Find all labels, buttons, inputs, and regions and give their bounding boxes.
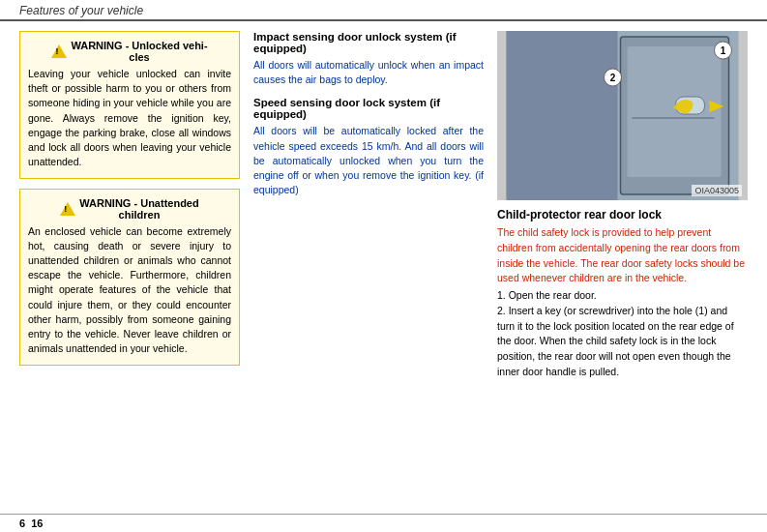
child-lock-steps: 1. Open the rear door. 2. Insert a key (… <box>497 288 748 380</box>
warning-triangle-icon-2 <box>60 202 75 216</box>
section-impact: Impact sensing door unlock system (if eq… <box>253 31 484 87</box>
section-speed: Speed sensing door lock system (if equip… <box>253 97 484 197</box>
image-label: OIA043005 <box>692 185 742 196</box>
middle-column: Impact sensing door unlock system (if eq… <box>253 31 484 503</box>
left-column: WARNING - Unlocked vehi- cles Leaving yo… <box>19 31 240 503</box>
warning-unlocked-title-line1: WARNING - Unlocked vehi- <box>71 40 207 51</box>
section-impact-heading: Impact sensing door unlock system (if eq… <box>253 31 484 54</box>
vehicle-door-image: 2 1 OIA043005 <box>497 31 748 200</box>
warning-children-title-line1: WARNING - Unattended <box>79 197 198 209</box>
section-speed-heading: Speed sensing door lock system (if equip… <box>253 97 484 120</box>
warning-unlocked-title-line2: cles <box>71 51 207 63</box>
warning-unlocked-box: WARNING - Unlocked vehi- cles Leaving yo… <box>19 31 240 179</box>
warning-children-title-line2: children <box>79 209 198 221</box>
warning-unlocked-header: WARNING - Unlocked vehi- cles <box>28 40 231 63</box>
warning-unlocked-body: Leaving your vehicle unlocked can invite… <box>28 67 231 170</box>
door-svg: 2 1 <box>497 31 748 200</box>
warning-unlocked-title: WARNING - Unlocked vehi- cles <box>71 40 207 63</box>
warning-children-header: WARNING - Unattended children <box>28 197 231 221</box>
page-num-main: 6 <box>19 517 25 529</box>
svg-rect-3 <box>628 46 722 177</box>
section-speed-text: All doors will be automatically locked a… <box>253 124 484 197</box>
svg-text:1: 1 <box>721 45 726 56</box>
main-content: WARNING - Unlocked vehi- cles Leaving yo… <box>0 21 767 503</box>
vehicle-img-inner: 2 1 OIA043005 <box>497 31 748 200</box>
page-footer: 6 16 <box>0 514 767 532</box>
svg-text:2: 2 <box>610 73 616 83</box>
footer-page-number: 6 16 <box>19 517 44 529</box>
warning-children-title: WARNING - Unattended children <box>79 197 198 221</box>
page-num-secondary: 16 <box>31 517 43 529</box>
warning-triangle-icon <box>51 44 67 58</box>
child-lock-section: Child-protector rear door lock The child… <box>497 208 748 380</box>
warning-children-body: An enclosed vehicle can become extremely… <box>28 224 231 357</box>
child-lock-heading: Child-protector rear door lock <box>497 208 748 222</box>
child-lock-step2: 2. Insert a key (or screwdriver) into th… <box>497 304 748 380</box>
warning-children-box: WARNING - Unattended children An enclose… <box>19 189 240 366</box>
page-header: Features of your vehicle <box>0 0 767 21</box>
svg-rect-1 <box>507 31 618 200</box>
section-impact-text: All doors will automatically unlock when… <box>253 58 484 87</box>
child-lock-step1: 1. Open the rear door. <box>497 288 748 304</box>
child-lock-text-red: The child safety lock is provided to hel… <box>497 225 748 286</box>
right-column: 2 1 OIA043005 Child-protector rear door … <box>497 31 748 503</box>
header-title: Features of your vehicle <box>19 4 143 17</box>
